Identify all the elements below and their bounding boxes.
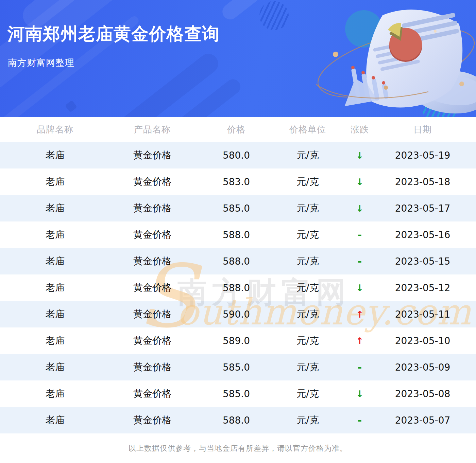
table-row: 老庙 黄金价格 588.0 元/克 ↓ 2023-05-12 — [0, 274, 476, 301]
cell-unit: 元/克 — [278, 361, 337, 374]
table-row: 老庙 黄金价格 588.0 元/克 - 2023-05-07 — [0, 407, 476, 433]
change-indicator: - — [337, 255, 382, 267]
cell-unit: 元/克 — [278, 149, 337, 162]
cell-price: 588.0 — [194, 256, 278, 267]
cell-price: 580.0 — [194, 150, 278, 161]
col-header-product: 产品名称 — [110, 124, 194, 136]
cell-brand: 老庙 — [0, 149, 110, 162]
cell-product: 黄金价格 — [110, 361, 194, 374]
table-row: 老庙 黄金价格 583.0 元/克 ↓ 2023-05-18 — [0, 168, 476, 195]
cell-unit: 元/克 — [278, 281, 337, 294]
cell-unit: 元/克 — [278, 308, 337, 321]
cell-product: 黄金价格 — [110, 414, 194, 427]
cell-product: 黄金价格 — [110, 281, 194, 294]
cell-brand: 老庙 — [0, 255, 110, 268]
table-row: 老庙 黄金价格 585.0 元/克 ↓ 2023-05-08 — [0, 380, 476, 407]
table-row: 老庙 黄金价格 589.0 元/克 ↑ 2023-05-10 — [0, 327, 476, 354]
cell-product: 黄金价格 — [110, 175, 194, 188]
cell-date: 2023-05-08 — [382, 388, 463, 399]
cell-brand: 老庙 — [0, 361, 110, 374]
cell-unit: 元/克 — [278, 228, 337, 241]
cell-product: 黄金价格 — [110, 308, 194, 321]
cell-brand: 老庙 — [0, 281, 110, 294]
change-indicator: ↓ — [337, 177, 382, 187]
cell-date: 2023-05-07 — [382, 415, 463, 426]
col-header-unit: 价格单位 — [278, 124, 337, 136]
cell-price: 585.0 — [194, 362, 278, 373]
cell-unit: 元/克 — [278, 255, 337, 268]
col-header-price: 价格 — [194, 124, 278, 136]
cell-brand: 老庙 — [0, 175, 110, 188]
cell-product: 黄金价格 — [110, 255, 194, 268]
cell-date: 2023-05-18 — [382, 176, 463, 188]
cell-price: 585.0 — [194, 388, 278, 399]
col-header-brand: 品牌名称 — [0, 124, 110, 136]
cell-price: 585.0 — [194, 203, 278, 214]
cell-unit: 元/克 — [278, 387, 337, 400]
page-footer: 以上数据仅供参考，与当地金店有所差异，请以官方价格为准。 — [0, 433, 476, 463]
striped-circle-decoration — [259, 1, 289, 30]
cell-brand: 老庙 — [0, 308, 110, 321]
change-indicator: - — [337, 361, 382, 373]
page-title: 河南郑州老庙黄金价格查询 — [7, 22, 220, 46]
cell-date: 2023-05-16 — [382, 229, 463, 241]
cell-date: 2023-05-10 — [382, 335, 463, 346]
cell-unit: 元/克 — [278, 175, 337, 188]
cell-date: 2023-05-17 — [382, 203, 463, 214]
cell-product: 黄金价格 — [110, 334, 194, 347]
cell-brand: 老庙 — [0, 414, 110, 427]
cell-price: 588.0 — [194, 282, 278, 293]
change-indicator: ↑ — [337, 309, 382, 320]
cell-date: 2023-05-15 — [382, 256, 463, 267]
table-row: 老庙 黄金价格 590.0 元/克 ↑ 2023-05-11 — [0, 301, 476, 327]
change-indicator: - — [337, 414, 382, 426]
cell-unit: 元/克 — [278, 202, 337, 215]
cell-price: 583.0 — [194, 176, 278, 188]
change-indicator: ↑ — [337, 336, 382, 346]
table-header-row: 品牌名称 产品名称 价格 价格单位 涨跌 日期 — [0, 117, 476, 142]
page: 河南郑州老庙黄金价格查询 南方财富网整理 品牌名称 产品名称 价格 价格单位 涨… — [0, 0, 476, 463]
table-row: 老庙 黄金价格 585.0 元/克 ↓ 2023-05-17 — [0, 195, 476, 221]
col-header-change: 涨跌 — [337, 124, 382, 136]
cell-brand: 老庙 — [0, 202, 110, 215]
cell-product: 黄金价格 — [110, 387, 194, 400]
table-body: 老庙 黄金价格 580.0 元/克 ↓ 2023-05-19 老庙 黄金价格 5… — [0, 142, 476, 433]
page-subtitle: 南方财富网整理 — [8, 57, 74, 69]
change-indicator: ↓ — [337, 283, 382, 293]
cell-price: 590.0 — [194, 309, 278, 320]
table-row: 老庙 黄金价格 588.0 元/克 - 2023-05-16 — [0, 221, 476, 248]
banner: 河南郑州老庙黄金价格查询 南方财富网整理 — [0, 0, 476, 117]
change-indicator: - — [337, 229, 382, 241]
cell-product: 黄金价格 — [110, 149, 194, 162]
cell-unit: 元/克 — [278, 414, 337, 427]
col-header-date: 日期 — [382, 124, 463, 136]
cell-price: 588.0 — [194, 415, 278, 426]
cell-date: 2023-05-19 — [382, 150, 463, 161]
cell-date: 2023-05-11 — [382, 309, 463, 320]
table-row: 老庙 黄金价格 585.0 元/克 - 2023-05-09 — [0, 354, 476, 380]
cell-brand: 老庙 — [0, 387, 110, 400]
cell-price: 588.0 — [194, 229, 278, 241]
square-decoration — [65, 100, 77, 112]
change-indicator: ↓ — [337, 150, 382, 161]
price-table: 品牌名称 产品名称 价格 价格单位 涨跌 日期 老庙 黄金价格 580.0 元/… — [0, 117, 476, 433]
disclaimer-text: 以上数据仅供参考，与当地金店有所差异，请以官方价格为准。 — [129, 443, 347, 453]
cell-price: 589.0 — [194, 335, 278, 346]
change-indicator: ↓ — [337, 203, 382, 214]
cell-unit: 元/克 — [278, 334, 337, 347]
cell-product: 黄金价格 — [110, 228, 194, 241]
change-indicator: ↓ — [337, 389, 382, 399]
cell-date: 2023-05-09 — [382, 362, 463, 373]
cell-brand: 老庙 — [0, 228, 110, 241]
cell-product: 黄金价格 — [110, 202, 194, 215]
stripe-decoration — [0, 0, 133, 101]
cell-brand: 老庙 — [0, 334, 110, 347]
table-row: 老庙 黄金价格 580.0 元/克 ↓ 2023-05-19 — [0, 142, 476, 168]
cell-date: 2023-05-12 — [382, 282, 463, 293]
table-row: 老庙 黄金价格 588.0 元/克 - 2023-05-15 — [0, 248, 476, 274]
report-illustration — [316, 0, 476, 117]
